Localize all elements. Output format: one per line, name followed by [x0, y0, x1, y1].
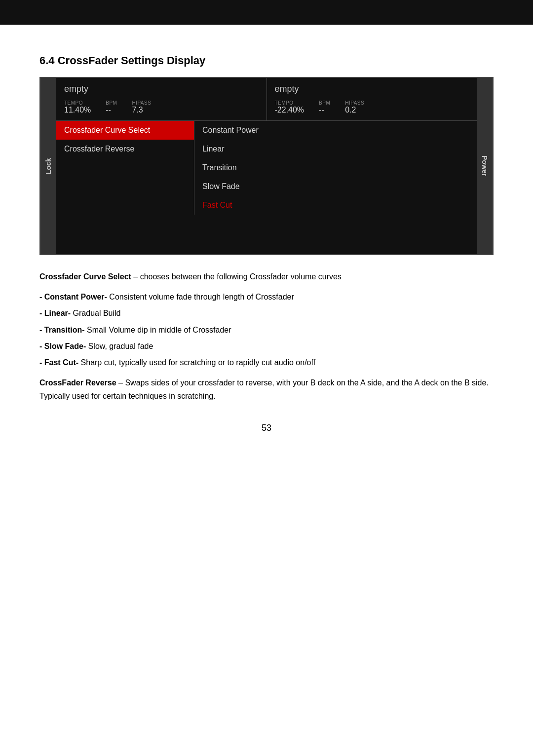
- bottom-spacer: [56, 215, 477, 254]
- deck-a-hipass-value: 7.3: [132, 106, 151, 114]
- deck-a-bpm-label: BPM: [106, 100, 117, 106]
- deck-b-tempo-label: TEMPO: [275, 100, 305, 106]
- deck-b-hipass: HIPASS 0.2: [345, 100, 364, 114]
- deck-b-bpm: BPM --: [319, 100, 330, 114]
- crossfader-reverse-desc: CrossFader Reverse – Swaps sides of your…: [39, 376, 494, 403]
- page-container: 6.4 CrossFader Settings Display Lock emp…: [0, 25, 533, 463]
- option-constant-power[interactable]: Constant Power: [194, 121, 477, 140]
- right-side-label: Power: [477, 78, 493, 254]
- page-number: 53: [39, 423, 494, 433]
- deck-b-hipass-value: 0.2: [345, 106, 364, 114]
- deck-b-info: TEMPO -22.40% BPM -- HIPASS 0.2: [275, 100, 469, 114]
- menu-area: Crossfader Curve Select Crossfader Rever…: [56, 120, 477, 215]
- option-linear[interactable]: Linear: [194, 140, 477, 158]
- deck-b-bpm-value: --: [319, 106, 330, 114]
- deck-a-bpm: BPM --: [106, 100, 117, 114]
- deck-b-tempo: TEMPO -22.40%: [275, 100, 305, 114]
- curve-select-bold: Crossfader Curve Select: [39, 272, 131, 281]
- left-side-label: Lock: [40, 78, 56, 254]
- deck-a-hipass-label: HIPASS: [132, 100, 151, 106]
- decks-row: empty TEMPO 11.40% BPM -- HIPASS 7.3: [56, 78, 477, 120]
- deck-a-tempo-label: TEMPO: [64, 100, 91, 106]
- top-bar: [0, 0, 533, 25]
- deck-b-bpm-label: BPM: [319, 100, 330, 106]
- deck-a-hipass: HIPASS 7.3: [132, 100, 151, 114]
- bullet-slow-fade: - Slow Fade- Slow, gradual fade: [39, 340, 494, 353]
- bullet-fast-cut: - Fast Cut- Sharp cut, typically used fo…: [39, 356, 494, 369]
- deck-b-tempo-value: -22.40%: [275, 106, 305, 114]
- menu-item-crossfader-reverse[interactable]: Crossfader Reverse: [56, 140, 194, 158]
- deck-a-info: TEMPO 11.40% BPM -- HIPASS 7.3: [64, 100, 259, 114]
- deck-b: empty TEMPO -22.40% BPM -- HIPASS 0.2: [267, 78, 477, 120]
- curve-select-text: – chooses between the following Crossfad…: [131, 272, 342, 281]
- deck-a-tempo: TEMPO 11.40%: [64, 100, 91, 114]
- section-title: 6.4 CrossFader Settings Display: [39, 54, 494, 67]
- option-fast-cut[interactable]: Fast Cut: [194, 196, 477, 215]
- menu-item-crossfader-curve[interactable]: Crossfader Curve Select: [56, 121, 194, 140]
- deck-a: empty TEMPO 11.40% BPM -- HIPASS 7.3: [56, 78, 267, 120]
- deck-a-empty: empty: [64, 84, 259, 94]
- bullet-list: - Constant Power- Consistent volume fade…: [39, 290, 494, 369]
- deck-a-bpm-value: --: [106, 106, 117, 114]
- menu-right: Constant Power Linear Transition Slow Fa…: [194, 121, 477, 215]
- bullet-constant-power: - Constant Power- Consistent volume fade…: [39, 290, 494, 303]
- main-content: empty TEMPO 11.40% BPM -- HIPASS 7.3: [56, 78, 477, 254]
- deck-b-empty: empty: [275, 84, 469, 94]
- curve-select-intro: Crossfader Curve Select – chooses betwee…: [39, 270, 494, 283]
- deck-b-hipass-label: HIPASS: [345, 100, 364, 106]
- option-slow-fade[interactable]: Slow Fade: [194, 177, 477, 196]
- option-transition[interactable]: Transition: [194, 158, 477, 177]
- deck-a-tempo-value: 11.40%: [64, 106, 91, 114]
- description-area: Crossfader Curve Select – chooses betwee…: [39, 270, 494, 403]
- bullet-transition: - Transition- Small Volume dip in middle…: [39, 323, 494, 337]
- menu-left: Crossfader Curve Select Crossfader Rever…: [56, 121, 194, 215]
- crossfader-reverse-bold: CrossFader Reverse: [39, 378, 116, 387]
- dj-display: Lock empty TEMPO 11.40% BPM --: [39, 77, 494, 255]
- bullet-linear: - Linear- Gradual Build: [39, 306, 494, 320]
